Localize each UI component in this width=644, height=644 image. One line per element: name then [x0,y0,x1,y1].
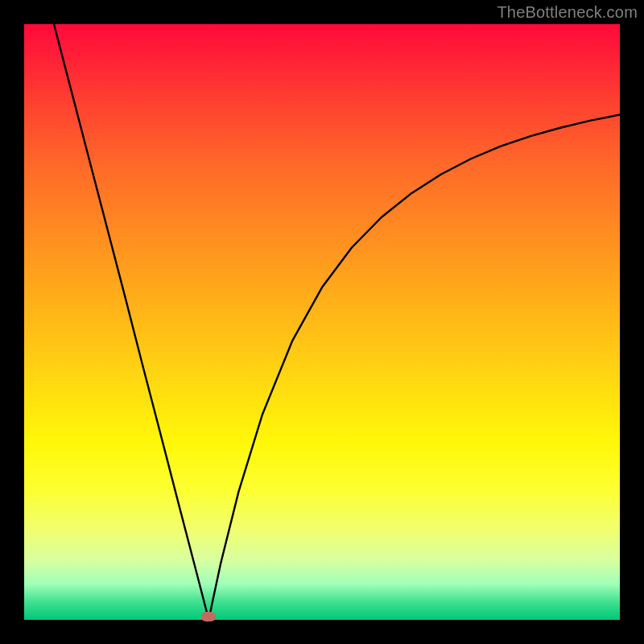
plot-area [24,24,620,620]
chart-frame: TheBottleneck.com [0,0,644,644]
curve-right-branch [208,114,620,620]
curve-svg [24,24,620,620]
vertex-marker [201,612,216,621]
curve-left-branch [54,24,208,620]
watermark-text: TheBottleneck.com [497,3,638,22]
